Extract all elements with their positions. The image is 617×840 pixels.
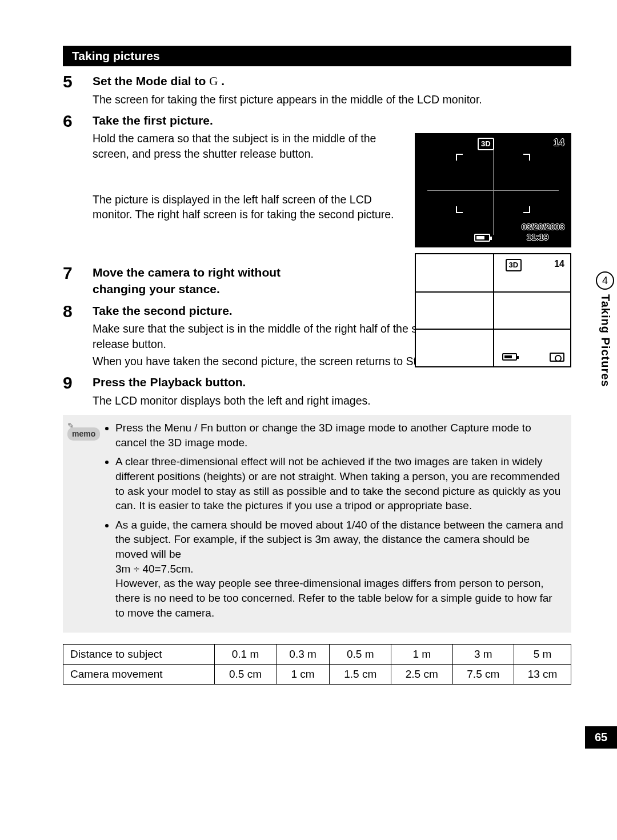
side-tab: 4 Taking Pictures (593, 271, 617, 387)
lcd-preview-split: 3D 14 (415, 253, 571, 367)
memo-icon: ✎ memo (67, 421, 102, 625)
step-number: 8 (63, 303, 93, 371)
memo-item: A clear three-dimensional effect will no… (115, 454, 563, 513)
battery-icon (502, 353, 517, 361)
row-header: Distance to subject (63, 645, 215, 665)
step-title: Take the first picture. (93, 113, 571, 129)
step-text: Hold the camera so that the subject is i… (93, 131, 407, 161)
step-title: Set the Mode dial to G . (93, 73, 571, 89)
page-content: Taking pictures 5 Set the Mode dial to G… (0, 0, 617, 740)
shots-remaining: 14 (554, 258, 564, 270)
step-text: The picture is displayed in the left hal… (93, 192, 407, 222)
step-number: 7 (63, 265, 93, 299)
3d-badge-icon: 3D (478, 138, 494, 150)
battery-icon (474, 234, 490, 242)
memo-item: Press the Menu / Fn button or change the… (115, 421, 563, 450)
memo-list: Press the Menu / Fn button or change the… (107, 421, 563, 625)
step-7: 7 Move the camera to right without chang… (63, 265, 326, 299)
step-title: Press the Playback button. (93, 374, 571, 390)
table-row: Camera movement 0.5 cm 1 cm 1.5 cm 2.5 c… (63, 664, 571, 684)
memo-item: As a guide, the camera should be moved a… (115, 518, 563, 620)
camera-icon (550, 353, 564, 362)
page-number: 65 (585, 726, 617, 749)
mode-dial-glyph: G (209, 74, 218, 88)
chapter-title-vertical: Taking Pictures (598, 294, 613, 387)
section-header: Taking pictures (63, 46, 571, 66)
table-row: Distance to subject 0.1 m 0.3 m 0.5 m 1 … (63, 645, 571, 665)
step-5: 5 Set the Mode dial to G . The screen fo… (63, 73, 571, 109)
step-text: The screen for taking the first picture … (93, 92, 571, 107)
memo-box: ✎ memo Press the Menu / Fn button or cha… (63, 415, 571, 633)
step-text: The LCD monitor displays both the left a… (93, 393, 571, 408)
movement-guide-table: Distance to subject 0.1 m 0.3 m 0.5 m 1 … (63, 644, 571, 684)
step-title: Move the camera to right without changin… (93, 265, 326, 297)
3d-badge-icon: 3D (506, 259, 522, 271)
chapter-number-circle: 4 (596, 271, 614, 290)
step-number: 5 (63, 73, 93, 109)
step-9: 9 Press the Playback button. The LCD mon… (63, 374, 571, 684)
shots-remaining: 14 (554, 137, 564, 150)
row-header: Camera movement (63, 664, 215, 684)
lcd-time: 11:19 (527, 231, 548, 243)
lcd-preview-first: 3D 14 03/20/2003 11:19 (415, 133, 571, 247)
